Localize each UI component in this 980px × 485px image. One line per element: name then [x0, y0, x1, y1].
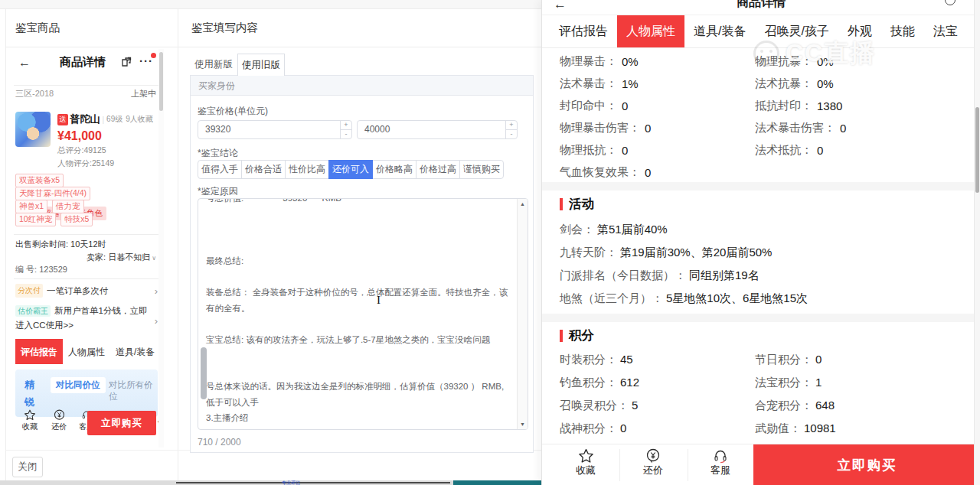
- decrement-button[interactable]: -: [506, 130, 517, 138]
- points-label: 武勋值：: [755, 422, 801, 435]
- attr-value: 1%: [622, 77, 639, 90]
- server-label: 三区-2018: [15, 88, 54, 99]
- tab-skills[interactable]: 技能: [881, 15, 924, 47]
- tab-evaluation-report[interactable]: 评估报告: [550, 15, 617, 47]
- scroll-up-icon[interactable]: ▲: [518, 201, 528, 207]
- notification-dot: [151, 53, 156, 58]
- product-detail-card: ← 商品详情 ··· 三区-2018 上架中 送 普陀山 | 69级 9人收藏 …: [14, 48, 159, 450]
- decrement-button[interactable]: -: [341, 130, 351, 138]
- attr-value: 1380: [817, 99, 842, 112]
- favorite-label: 收藏: [559, 464, 612, 477]
- character-avatar[interactable]: [15, 112, 51, 147]
- appraisal-window: 鉴宝商品 ← 商品详情 ··· 三区-2018 上架中 送 普陀山 | 69级 …: [0, 0, 980, 485]
- attr-label: 封印命中：: [560, 99, 617, 113]
- seller-row[interactable]: 卖家: 日暮不知归∨: [15, 252, 156, 263]
- seller-caret-icon: ∨: [152, 255, 156, 262]
- page-scrollbar-thumb[interactable]: [975, 107, 979, 193]
- attr-value: 0%: [817, 77, 834, 90]
- activity-value: 同组别第19名: [689, 269, 760, 282]
- conclusion-worth-buying[interactable]: 值得入手: [198, 160, 242, 179]
- attribute-row: 法术抗暴：0%: [755, 73, 950, 95]
- activity-value: 5星地煞10次、6星地煞15次: [666, 291, 808, 304]
- conclusion-button-group: 值得入手 价格合适 性价比高 还价可入 价格略高 价格过高 谨慎购买: [198, 160, 504, 179]
- tab-character-attributes[interactable]: 人物属性: [63, 339, 110, 364]
- character-score: 人物评分:25149: [57, 158, 158, 169]
- tab-character-attributes[interactable]: 人物属性: [617, 15, 684, 47]
- header-divider: [5, 47, 541, 47]
- tab-summon-child[interactable]: 召唤灵/孩子: [755, 15, 838, 47]
- bargain-button[interactable]: 还价: [47, 409, 70, 432]
- conclusion-buy-cautiously[interactable]: 谨慎购买: [459, 160, 504, 179]
- card-action-bar: 收藏 还价 客服 立即购买 ▾: [15, 409, 159, 441]
- points-label: 节日积分：: [755, 353, 812, 366]
- tag-pill: 10红神宠: [15, 213, 56, 226]
- attribute-row: 物理抵抗：0: [560, 139, 755, 161]
- tab-appearance[interactable]: 外观: [838, 15, 881, 47]
- card-divider: [14, 234, 159, 235]
- increment-button[interactable]: +: [341, 121, 351, 130]
- points-row: 节日积分：0: [755, 353, 822, 367]
- card-title: 商品详情: [52, 55, 113, 70]
- conclusion-slightly-high[interactable]: 价格略高: [372, 160, 416, 179]
- compare-all-price-tab[interactable]: 对比所有价位: [109, 379, 158, 402]
- back-icon[interactable]: ←: [18, 56, 31, 70]
- increment-button[interactable]: +: [506, 121, 517, 130]
- tag-pill: 借力宠: [52, 200, 84, 213]
- points-row: 时装积分：45: [560, 353, 633, 367]
- text-cursor: I: [377, 294, 381, 307]
- tab-new-version[interactable]: 使用新版: [190, 54, 237, 75]
- section-accent-bar: [560, 330, 563, 342]
- attribute-row: 物理暴击：0%: [560, 50, 755, 73]
- conclusion-fair-price[interactable]: 价格合适: [241, 160, 286, 179]
- action-divider: [619, 449, 620, 481]
- scroll-down-icon[interactable]: ▼: [518, 422, 528, 427]
- points-value: 648: [815, 399, 835, 412]
- top-band: [0, 0, 541, 9]
- close-button[interactable]: 关闭: [12, 457, 43, 477]
- tab-treasure[interactable]: 法宝: [924, 15, 967, 47]
- sale-time: 出售剩余时间: 10天12时: [15, 239, 156, 250]
- price-low-input[interactable]: 39320 +-: [198, 120, 352, 139]
- price-high-input[interactable]: 40000 +-: [357, 120, 518, 139]
- conclusion-good-value[interactable]: 性价比高: [285, 160, 329, 179]
- tab-items-equipment[interactable]: 道具/装备: [110, 339, 159, 364]
- attr-label: 物理暴击：: [560, 54, 617, 69]
- buy-now-button[interactable]: 立即购买: [753, 444, 980, 485]
- item-number: 编 号: 123529: [15, 264, 156, 275]
- buy-now-button[interactable]: 立即购买: [87, 411, 156, 435]
- favorite-button[interactable]: 收藏: [559, 448, 612, 477]
- points-label: 钓鱼积分：: [560, 376, 617, 389]
- jingrui-label: 精 锐: [24, 376, 34, 411]
- bargain-button[interactable]: 还价: [626, 448, 680, 477]
- strip-link: 专业评估: [282, 480, 300, 485]
- tab-old-version[interactable]: 使用旧版: [237, 54, 285, 76]
- share-icon[interactable]: [121, 57, 132, 67]
- attr-value: 0%: [817, 55, 834, 68]
- reason-textarea[interactable]: 号总价值: 39320 RMB 最终总结: 装备总结： 全身装备对于这种价位的号…: [198, 198, 528, 430]
- service-button[interactable]: 客服: [694, 448, 747, 477]
- points-label: 召唤灵积分：: [560, 399, 629, 412]
- textarea-scrollbar[interactable]: ▲ ▼: [517, 199, 528, 429]
- conclusion-bargain-ok[interactable]: 还价可入: [328, 160, 373, 179]
- promo-row[interactable]: 估价霸王新用户首单1分钱，立即进入CC使用>> ›: [15, 304, 149, 332]
- listing-status: 上架中: [131, 88, 156, 99]
- tag-row: 天降甘霖-四件(4/4): [15, 187, 90, 200]
- conclusion-too-high[interactable]: 价格过高: [416, 160, 460, 179]
- textarea-scrollbar-thumb[interactable]: [201, 347, 207, 399]
- middle-panel-title: 鉴宝填写内容: [191, 21, 258, 35]
- activity-label: 剑会：: [560, 223, 594, 236]
- card-scrollbar-thumb[interactable]: [159, 52, 163, 111]
- tab-evaluation-report[interactable]: 评估报告: [15, 339, 63, 364]
- attr-label: 法术抵抗：: [755, 143, 812, 158]
- points-row: 法宝积分：1: [755, 376, 822, 390]
- favorite-button[interactable]: 收藏: [18, 409, 41, 432]
- page-scrollbar[interactable]: [974, 0, 980, 485]
- promo-badge: 估价霸王: [15, 305, 51, 317]
- compare-same-price-tab[interactable]: 对比同价位: [51, 377, 106, 393]
- installment-row[interactable]: 分次付 一笔订单多次付 ›: [15, 284, 158, 298]
- attr-label: 法术抗暴：: [755, 76, 812, 91]
- attr-value: 0: [645, 122, 651, 135]
- attributes-left-column: 物理暴击：0% 法术暴击：1% 封印命中：0 物理暴击伤害：0 物理抵抗：0 气…: [560, 50, 755, 184]
- activity-row: 九转天阶：第19届前30%、第20届前50%: [560, 246, 772, 260]
- tab-items-equipment[interactable]: 道具/装备: [684, 15, 755, 47]
